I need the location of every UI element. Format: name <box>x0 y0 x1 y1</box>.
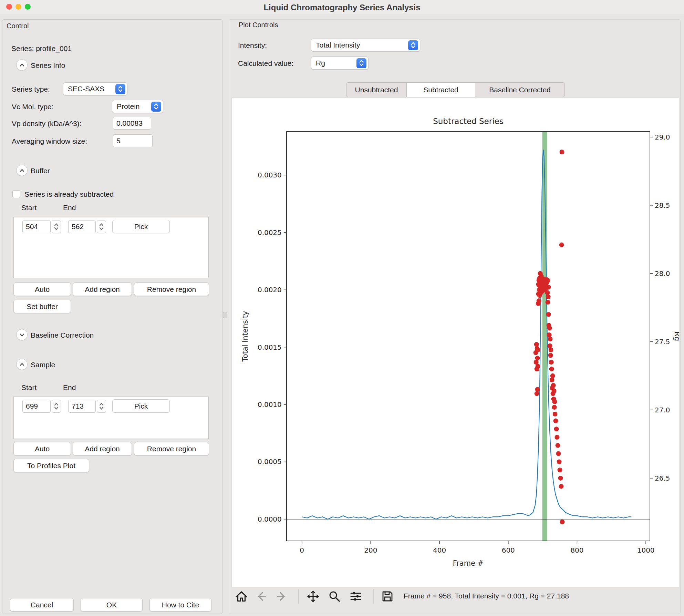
set-buffer-button[interactable]: Set buffer <box>13 300 71 313</box>
sample-end-input[interactable] <box>68 400 96 413</box>
sample-range-list[interactable]: Pick <box>13 397 209 439</box>
buffer-start-stepper[interactable] <box>52 220 61 233</box>
buffer-start-label: Start <box>21 204 37 212</box>
configure-subplots-button[interactable] <box>348 589 363 604</box>
plot-canvas[interactable]: 020040060080010000.00000.00050.00100.001… <box>231 97 679 587</box>
svg-text:600: 600 <box>502 546 515 554</box>
rg-scatter <box>533 150 565 524</box>
svg-text:Rg: Rg <box>673 331 679 341</box>
intensity-select[interactable]: Total Intensity <box>311 39 420 52</box>
stepper-updown-icon <box>53 401 59 411</box>
svg-text:0.0015: 0.0015 <box>258 343 282 351</box>
stepper-updown-icon <box>53 222 59 232</box>
toolbar-separator <box>298 589 299 604</box>
back-button[interactable] <box>254 589 269 604</box>
svg-text:0.0025: 0.0025 <box>258 228 282 237</box>
vp-density-input[interactable] <box>113 117 151 130</box>
series-info-collapse-button[interactable] <box>16 59 28 71</box>
svg-text:Subtracted Series: Subtracted Series <box>433 117 503 126</box>
avg-window-input[interactable] <box>113 134 153 147</box>
sample-pick-button[interactable]: Pick <box>112 399 170 413</box>
sample-start-input[interactable] <box>22 400 51 413</box>
svg-text:0.0005: 0.0005 <box>258 458 282 466</box>
control-panel-label: Control <box>7 22 29 30</box>
pan-button[interactable] <box>305 589 321 604</box>
buffer-add-region-button[interactable]: Add region <box>73 283 132 296</box>
svg-text:0.0000: 0.0000 <box>258 515 282 523</box>
zoom-button[interactable] <box>327 589 342 604</box>
svg-text:28.5: 28.5 <box>655 201 670 209</box>
buffer-collapse-button[interactable] <box>16 165 28 176</box>
vc-mol-type-value: Protein <box>117 102 140 111</box>
buffer-end-input[interactable] <box>68 220 96 233</box>
save-button[interactable] <box>380 589 395 604</box>
series-subtracted-checkbox[interactable] <box>12 190 20 198</box>
chevron-up-icon <box>19 62 25 69</box>
vp-density-label: Vp density (kDa/A^3): <box>12 120 81 128</box>
svg-text:Total Intensity: Total Intensity <box>241 311 249 362</box>
title-bar: Liquid Chromatography Series Analysis <box>0 0 684 14</box>
stepper-updown-icon <box>99 222 104 232</box>
tab-unsubtracted[interactable]: Unsubtracted <box>346 82 407 97</box>
save-icon <box>381 590 394 603</box>
tab-baseline-corrected[interactable]: Baseline Corrected <box>475 82 565 97</box>
calculated-value-select[interactable]: Rg <box>311 57 369 70</box>
svg-text:0: 0 <box>300 546 304 554</box>
plot-controls-label: Plot Controls <box>237 21 280 29</box>
calculated-value-value: Rg <box>316 59 325 67</box>
chevron-updown-icon <box>151 102 161 112</box>
baseline-collapse-button[interactable] <box>16 329 28 340</box>
to-profiles-plot-button[interactable]: To Profiles Plot <box>13 459 89 472</box>
cancel-button[interactable]: Cancel <box>10 598 74 612</box>
window-title: Liquid Chromatography Series Analysis <box>0 3 684 12</box>
sample-end-stepper[interactable] <box>97 400 106 413</box>
series-name-label: Series: profile_001 <box>11 44 72 53</box>
intensity-label: Intensity: <box>238 41 267 50</box>
svg-text:27.0: 27.0 <box>655 406 670 414</box>
series-type-select[interactable]: SEC-SAXS <box>63 82 127 95</box>
chevron-updown-icon <box>408 40 418 50</box>
svg-text:29.0: 29.0 <box>655 133 670 141</box>
sample-start-stepper[interactable] <box>52 400 61 413</box>
buffer-remove-region-button[interactable]: Remove region <box>134 283 209 296</box>
svg-text:26.5: 26.5 <box>655 474 670 482</box>
tab-subtracted[interactable]: Subtracted <box>406 82 475 97</box>
subtracted-series-plot: 020040060080010000.00000.00050.00100.001… <box>232 98 679 587</box>
vc-mol-type-select[interactable]: Protein <box>112 100 163 113</box>
how-to-cite-button[interactable]: How to Cite <box>149 598 211 612</box>
buffer-range-list[interactable]: Pick <box>13 217 209 278</box>
svg-text:27.5: 27.5 <box>655 338 670 346</box>
series-info-header: Series Info <box>31 61 65 70</box>
axes-frame <box>287 132 650 541</box>
svg-text:0.0010: 0.0010 <box>258 400 282 409</box>
buffer-header: Buffer <box>31 167 50 175</box>
vc-mol-type-label: Vc Mol. type: <box>12 103 53 111</box>
sample-auto-button[interactable]: Auto <box>13 442 71 455</box>
magnifier-icon <box>328 590 341 603</box>
svg-text:0.0030: 0.0030 <box>258 171 282 179</box>
home-button[interactable] <box>234 589 249 604</box>
sample-collapse-button[interactable] <box>16 359 28 370</box>
buffer-pick-button[interactable]: Pick <box>112 220 170 233</box>
splitter-handle[interactable] <box>223 312 227 318</box>
forward-arrow-icon <box>276 591 287 602</box>
svg-text:0.0020: 0.0020 <box>258 286 282 294</box>
sample-remove-region-button[interactable]: Remove region <box>134 442 209 455</box>
chevron-up-icon <box>19 167 25 174</box>
buffer-auto-button[interactable]: Auto <box>13 283 71 296</box>
intensity-value: Total Intensity <box>316 41 360 49</box>
stepper-updown-icon <box>99 401 104 411</box>
control-panel: Control Series: profile_001 Series Info … <box>2 19 222 614</box>
sliders-icon <box>350 590 362 603</box>
sample-start-label: Start <box>21 383 37 392</box>
ok-button[interactable]: OK <box>81 598 143 612</box>
avg-window-label: Averaging window size: <box>12 137 87 145</box>
svg-text:800: 800 <box>570 546 583 554</box>
sample-add-region-button[interactable]: Add region <box>73 442 132 455</box>
buffer-start-input[interactable] <box>22 220 51 233</box>
chevron-down-icon <box>19 331 25 338</box>
forward-button[interactable] <box>274 589 289 604</box>
back-arrow-icon <box>256 591 267 602</box>
total-intensity-line <box>302 150 632 519</box>
buffer-end-stepper[interactable] <box>97 220 106 233</box>
